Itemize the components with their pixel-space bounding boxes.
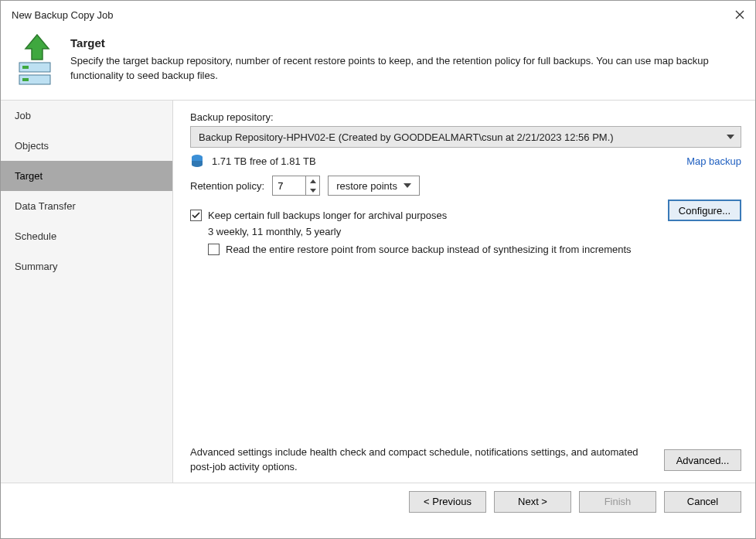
retention-row: Retention policy: restore points <box>190 176 741 196</box>
advanced-label: Advanced... <box>676 455 730 466</box>
repo-label: Backup repository: <box>190 111 741 123</box>
sidebar-item-label: Data Transfer <box>15 200 76 212</box>
configure-label: Configure... <box>679 205 730 217</box>
read-entire-label: Read the entire restore point from sourc… <box>226 244 632 255</box>
target-icon <box>15 32 60 86</box>
sidebar-item-label: Objects <box>15 140 49 152</box>
close-icon[interactable] <box>734 9 746 21</box>
retention-input[interactable] <box>273 176 305 195</box>
chevron-down-icon <box>727 135 734 139</box>
previous-button[interactable]: < Previous <box>409 491 486 513</box>
configure-button[interactable]: Configure... <box>668 200 741 221</box>
sidebar-item-target[interactable]: Target <box>1 161 172 191</box>
sidebar-item-label: Job <box>15 110 31 121</box>
wizard-sidebar: Job Objects Target Data Transfer Schedul… <box>1 101 173 483</box>
keep-full-checkbox[interactable] <box>190 210 202 221</box>
dialog-footer: < Previous Next > Finish Cancel <box>1 483 755 520</box>
retention-label: Retention policy: <box>190 180 264 192</box>
chevron-down-icon <box>404 183 411 188</box>
sidebar-item-objects[interactable]: Objects <box>1 131 172 161</box>
sidebar-item-label: Target <box>15 170 43 182</box>
read-entire-checkbox[interactable] <box>208 244 220 255</box>
keep-full-label: Keep certain full backups longer for arc… <box>208 210 447 221</box>
read-entire-row: Read the entire restore point from sourc… <box>208 244 741 255</box>
advanced-button[interactable]: Advanced... <box>664 449 741 471</box>
advanced-area: Advanced settings include health check a… <box>190 445 741 475</box>
svg-rect-3 <box>22 78 29 81</box>
sidebar-item-summary[interactable]: Summary <box>1 251 172 281</box>
retention-unit-value: restore points <box>336 180 397 192</box>
keep-full-row: Keep certain full backups longer for arc… <box>190 210 741 221</box>
finish-button: Finish <box>579 491 656 513</box>
advanced-description: Advanced settings include health check a… <box>190 445 652 475</box>
page-description: Specify the target backup repository, nu… <box>70 54 741 84</box>
sidebar-item-data-transfer[interactable]: Data Transfer <box>1 191 172 221</box>
finish-label: Finish <box>604 496 632 507</box>
keep-full-summary: 3 weekly, 11 monthly, 5 yearly <box>208 226 741 237</box>
repo-value: Backup Repository-HPHV02-E (Created by G… <box>199 131 614 143</box>
sidebar-item-label: Summary <box>15 261 58 272</box>
retention-unit-dropdown[interactable]: restore points <box>328 176 420 196</box>
sidebar-item-label: Schedule <box>15 230 56 242</box>
dialog-body: Job Objects Target Data Transfer Schedul… <box>1 100 755 483</box>
titlebar: New Backup Copy Job <box>1 1 755 26</box>
content-panel: Backup repository: Backup Repository-HPH… <box>173 101 755 483</box>
cancel-label: Cancel <box>687 496 718 507</box>
repo-dropdown[interactable]: Backup Repository-HPHV02-E (Created by G… <box>190 126 741 148</box>
spinner-up[interactable] <box>306 176 319 186</box>
previous-label: < Previous <box>424 496 472 507</box>
database-icon <box>190 154 204 168</box>
next-button[interactable]: Next > <box>494 491 571 513</box>
page-title: Target <box>70 36 741 49</box>
spinner-down[interactable] <box>306 186 319 195</box>
window-title: New Backup Copy Job <box>12 9 114 21</box>
header-text: Target Specify the target backup reposit… <box>70 32 741 86</box>
map-backup-link[interactable]: Map backup <box>686 155 741 167</box>
sidebar-item-job[interactable]: Job <box>1 101 172 131</box>
free-space-text: 1.71 TB free of 1.81 TB <box>212 155 316 167</box>
sidebar-item-schedule[interactable]: Schedule <box>1 221 172 251</box>
retention-spinner[interactable] <box>272 176 320 196</box>
next-label: Next > <box>518 496 547 507</box>
dialog-header: Target Specify the target backup reposit… <box>1 26 755 100</box>
cancel-button[interactable]: Cancel <box>664 491 741 513</box>
svg-rect-1 <box>22 66 29 69</box>
free-space-row: 1.71 TB free of 1.81 TB Map backup <box>190 154 741 168</box>
